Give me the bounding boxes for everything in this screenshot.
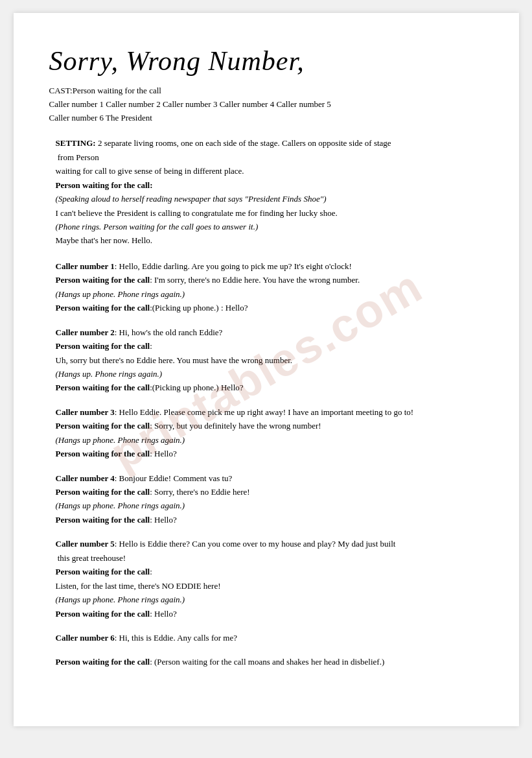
setting-text2: from Person: [58, 152, 99, 162]
setting-stage1: (Speaking aloud to herself reading newsp…: [56, 192, 483, 206]
dialogue-2: Caller number 2: Hi, how's the old ranch…: [49, 326, 483, 395]
dialogue-7-line1: Person waiting for the call: (Person wai…: [56, 655, 483, 669]
dialogue-1-line2: Person waiting for the call: I'm sorry, …: [56, 273, 483, 287]
dialogue-6-line1: Caller number 6: Hi, this is Eddie. Any …: [56, 631, 483, 645]
cast-label: CAST:: [49, 86, 73, 95]
setting-line3: waiting for call to give sense of being …: [56, 164, 483, 178]
setting-label: SETTING:: [56, 138, 98, 148]
setting-stage2: (Phone rings. Person waiting for the cal…: [56, 220, 483, 233]
dialogue-5-continuation1: this great treehouse!: [56, 551, 483, 565]
dialogue-1: Caller number 1: Hello, Eddie darling. A…: [49, 259, 483, 315]
setting-line5: I can't believe the President is calling…: [56, 206, 483, 220]
dialogue-4: Caller number 4: Bonjour Eddie! Comment …: [49, 471, 483, 527]
cast-line3: Caller number 6 The President: [49, 112, 483, 125]
cast-line2: Caller number 1 Caller number 2 Caller n…: [49, 98, 483, 112]
dialogue-5: Caller number 5: Hello is Eddie there? C…: [49, 537, 483, 621]
dialogue-3: Caller number 3: Hello Eddie. Please com…: [49, 405, 483, 461]
dialogue-5-line1: Caller number 5: Hello is Eddie there? C…: [56, 537, 483, 551]
dialogue-4-stage1: (Hangs up phone. Phone rings again.): [56, 499, 483, 512]
dialogue-6: Caller number 6: Hi, this is Eddie. Any …: [49, 631, 483, 645]
dialogue-2-line3: Person waiting for the call:(Picking up …: [56, 381, 483, 394]
cast-person: Person waiting for the call: [73, 86, 161, 95]
dialogue-3-stage1: (Hangs up phone. Phone rings again.): [56, 433, 483, 447]
cast-section: CAST:Person waiting for the call Caller …: [49, 84, 483, 124]
dialogue-2-stage1: (Hangs up. Phone rings again.): [56, 367, 483, 381]
dialogue-2-line1: Caller number 2: Hi, how's the old ranch…: [56, 326, 483, 339]
dialogue-4-line2: Person waiting for the call: Sorry, ther…: [56, 485, 483, 499]
dialogue-1-line3: Person waiting for the call:(Picking up …: [56, 301, 483, 314]
dialogue-5-stage1: (Hangs up phone. Phone rings again.): [56, 593, 483, 606]
dialogue-4-line1: Caller number 4: Bonjour Eddie! Comment …: [56, 471, 483, 485]
dialogue-3-line1: Caller number 3: Hello Eddie. Please com…: [56, 405, 483, 419]
dialogue-5-line3: Person waiting for the call: Hello?: [56, 607, 483, 621]
setting-line2: from Person: [56, 150, 483, 164]
dialogue-3-line2: Person waiting for the call: Sorry, but …: [56, 419, 483, 432]
setting-line4: Person waiting for the call:: [56, 178, 483, 192]
page: printables.com Sorry, Wrong Number, CAST…: [14, 13, 519, 726]
dialogue-4-line3: Person waiting for the call: Hello?: [56, 513, 483, 527]
dialogue-2-continuation: Uh, sorry but there's no Eddie here. You…: [56, 353, 483, 367]
dialogue-1-line1: Caller number 1: Hello, Eddie darling. A…: [56, 259, 483, 273]
cast-line1: CAST:Person waiting for the call: [49, 84, 483, 98]
dialogue-3-line3: Person waiting for the call: Hello?: [56, 447, 483, 460]
dialogue-7: Person waiting for the call: (Person wai…: [49, 655, 483, 669]
setting-block: SETTING: 2 separate living rooms, one on…: [49, 136, 483, 248]
dialogue-2-line2: Person waiting for the call:: [56, 339, 483, 353]
dialogue-5-line2: Person waiting for the call:: [56, 565, 483, 578]
setting-text1: 2 separate living rooms, one on each sid…: [98, 138, 391, 148]
page-title: Sorry, Wrong Number,: [49, 45, 483, 77]
dialogue-5-continuation2: Listen, for the last time, there's NO ED…: [56, 579, 483, 593]
dialogue-1-stage1: (Hangs up phone. Phone rings again.): [56, 287, 483, 301]
setting-line1: SETTING: 2 separate living rooms, one on…: [56, 136, 483, 150]
setting-line6: Maybe that's her now. Hello.: [56, 233, 483, 247]
